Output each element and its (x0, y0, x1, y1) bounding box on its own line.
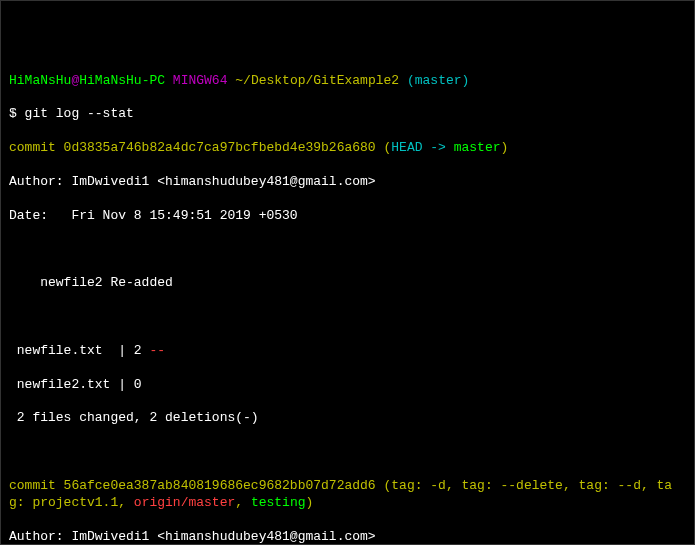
prompt-line[interactable]: $ git log --stat (9, 106, 686, 123)
blank-line (9, 241, 686, 258)
file-stat: newfile.txt | 2 -- (9, 343, 686, 360)
date-line: Date: Fri Nov 8 15:49:51 2019 +0530 (9, 208, 686, 225)
blank-line (9, 309, 686, 326)
author-line: Author: ImDwivedi1 <himanshudubey481@gma… (9, 174, 686, 191)
file-stat: newfile2.txt | 0 (9, 377, 686, 394)
blank-line (9, 444, 686, 461)
title-bar: HiMaNsHu@HiMaNsHu-PC MINGW64 ~/Desktop/G… (9, 73, 686, 90)
commit-message: newfile2 Re-added (9, 275, 686, 292)
author-line: Author: ImDwivedi1 <himanshudubey481@gma… (9, 529, 686, 545)
commit-line: commit 0d3835a746b82a4dc7ca97bcfbebd4e39… (9, 140, 686, 157)
commit-line: commit 56afce0ea387ab840819686ec9682bb07… (9, 478, 686, 512)
summary-line: 2 files changed, 2 deletions(-) (9, 410, 686, 427)
